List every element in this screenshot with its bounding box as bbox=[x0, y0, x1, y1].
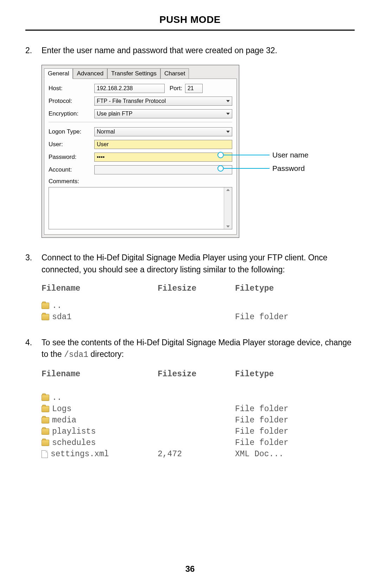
step-text: Connect to the Hi-Def Digital Signage Me… bbox=[42, 252, 355, 276]
tab-advanced[interactable]: Advanced bbox=[73, 68, 107, 79]
chevron-down-icon bbox=[226, 100, 230, 102]
protocol-select[interactable]: FTP - File Transfer Protocol bbox=[94, 97, 232, 106]
account-label: Account: bbox=[49, 166, 94, 173]
port-label: Port: bbox=[170, 85, 182, 92]
list-item: .. bbox=[42, 392, 355, 403]
callout-line bbox=[224, 168, 270, 169]
logon-type-select[interactable]: Normal bbox=[94, 127, 232, 136]
encryption-value: Use plain FTP bbox=[97, 111, 132, 117]
callout-label: User name bbox=[272, 151, 309, 159]
logon-type-label: Logon Type: bbox=[49, 128, 94, 135]
page-number: 36 bbox=[0, 564, 380, 574]
filename: playlists bbox=[52, 427, 96, 436]
folder-icon bbox=[42, 406, 49, 412]
list-item: Logs File folder bbox=[42, 403, 355, 415]
tab-strip: General Advanced Transfer Settings Chars… bbox=[42, 65, 239, 79]
filesize: 2,472 bbox=[158, 450, 235, 459]
filename: .. bbox=[52, 301, 62, 310]
ftp-dialog-screenshot: General Advanced Transfer Settings Chars… bbox=[42, 65, 355, 238]
step-2: 2. Enter the user name and password that… bbox=[25, 45, 355, 56]
logon-type-value: Normal bbox=[97, 129, 115, 135]
col-header-filesize: Filesize bbox=[158, 284, 235, 293]
host-input[interactable]: 192.168.2.238 bbox=[94, 84, 165, 93]
folder-icon bbox=[42, 440, 49, 446]
col-header-filetype: Filetype bbox=[235, 370, 355, 379]
callout-dot bbox=[217, 152, 224, 158]
filetype: File folder bbox=[235, 312, 355, 322]
protocol-value: FTP - File Transfer Protocol bbox=[97, 98, 166, 104]
password-value: •••• bbox=[97, 154, 104, 160]
file-icon bbox=[42, 450, 48, 458]
encryption-label: Encryption: bbox=[49, 110, 94, 117]
scroll-up-icon[interactable] bbox=[226, 189, 230, 191]
password-label: Password: bbox=[49, 154, 94, 161]
col-header-filename: Filename bbox=[42, 370, 158, 379]
tab-transfer-settings[interactable]: Transfer Settings bbox=[107, 68, 160, 79]
site-manager-dialog: General Advanced Transfer Settings Chars… bbox=[42, 65, 239, 238]
folder-icon bbox=[42, 314, 49, 320]
filename: settings.xml bbox=[51, 450, 109, 459]
filetype: XML Doc... bbox=[235, 450, 355, 459]
list-item: media File folder bbox=[42, 415, 355, 426]
comments-label: Comments: bbox=[49, 178, 94, 185]
user-input[interactable]: User bbox=[94, 140, 232, 149]
password-input[interactable]: •••• bbox=[94, 153, 232, 162]
callout-user-name: User name bbox=[217, 151, 309, 159]
filename: sda1 bbox=[52, 312, 71, 322]
chevron-down-icon bbox=[226, 113, 230, 115]
divider bbox=[49, 122, 232, 122]
comments-textarea[interactable] bbox=[49, 187, 232, 229]
scrollbar[interactable] bbox=[224, 187, 232, 229]
filetype: File folder bbox=[235, 416, 355, 425]
tab-general[interactable]: General bbox=[44, 68, 73, 79]
list-item: schedules File folder bbox=[42, 437, 355, 448]
col-header-filename: Filename bbox=[42, 284, 158, 293]
filename: schedules bbox=[52, 438, 96, 447]
step-number: 2. bbox=[25, 45, 42, 56]
chevron-down-icon bbox=[226, 131, 230, 133]
inline-code: /sda1 bbox=[64, 350, 88, 359]
directory-listing-1: Filename Filesize Filetype .. sda1 File … bbox=[42, 284, 355, 323]
filename: media bbox=[52, 416, 76, 425]
tab-body: Host: 192.168.2.238 Port: 21 Protocol: F… bbox=[44, 79, 237, 235]
port-input[interactable]: 21 bbox=[185, 84, 203, 93]
folder-icon bbox=[42, 428, 49, 435]
filename: .. bbox=[52, 393, 62, 402]
filetype: File folder bbox=[235, 438, 355, 447]
callout-label: Password bbox=[272, 164, 305, 173]
list-item: sda1 File folder bbox=[42, 311, 355, 323]
user-label: User: bbox=[49, 141, 94, 148]
list-item: settings.xml 2,472 XML Doc... bbox=[42, 448, 355, 460]
filetype: File folder bbox=[235, 404, 355, 414]
filename: Logs bbox=[52, 404, 71, 414]
protocol-label: Protocol: bbox=[49, 98, 94, 105]
scroll-down-icon[interactable] bbox=[226, 225, 230, 228]
step-number: 4. bbox=[25, 337, 42, 361]
tab-charset[interactable]: Charset bbox=[160, 68, 189, 79]
list-item: playlists File folder bbox=[42, 426, 355, 437]
encryption-select[interactable]: Use plain FTP bbox=[94, 109, 232, 118]
folder-icon bbox=[42, 303, 49, 309]
col-header-filesize: Filesize bbox=[158, 370, 235, 379]
callout-line bbox=[224, 155, 270, 155]
folder-icon bbox=[42, 417, 49, 423]
filetype: File folder bbox=[235, 427, 355, 436]
step-text: To see the contents of the Hi-Def Digita… bbox=[42, 337, 355, 361]
list-item: .. bbox=[42, 300, 355, 311]
folder-icon bbox=[42, 395, 49, 401]
host-label: Host: bbox=[49, 85, 94, 92]
step-number: 3. bbox=[25, 252, 42, 276]
callout-dot bbox=[217, 165, 224, 172]
page-title: PUSH MODE bbox=[25, 14, 355, 31]
directory-listing-2: Filename Filesize Filetype .. Logs File … bbox=[42, 370, 355, 460]
col-header-filetype: Filetype bbox=[235, 284, 355, 293]
callout-password: Password bbox=[217, 164, 305, 173]
step-3: 3. Connect to the Hi-Def Digital Signage… bbox=[25, 252, 355, 276]
user-value: User bbox=[97, 141, 109, 148]
step-4: 4. To see the contents of the Hi-Def Dig… bbox=[25, 337, 355, 361]
account-input[interactable] bbox=[94, 165, 232, 174]
step-text: Enter the user name and password that we… bbox=[42, 45, 355, 56]
